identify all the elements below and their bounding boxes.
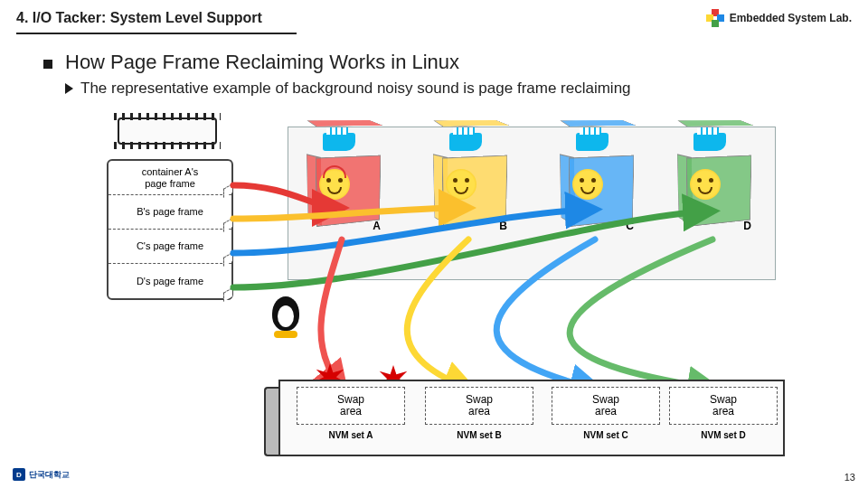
section-title: 4. I/O Tacker: System Level Support — [16, 10, 262, 26]
nvm-set-d: Swap area NVM set D — [669, 387, 778, 440]
page-frame-row: D's page frame — [108, 264, 231, 298]
heading-text: How Page Frame Reclaiming Works in Linux — [65, 51, 459, 74]
subheading-row: The representative example of background… — [65, 80, 832, 98]
happy-emoji-icon — [690, 169, 721, 200]
lab-brand: Embedded System Lab. — [706, 9, 852, 27]
lab-name: Embedded System Lab. — [730, 12, 852, 24]
square-bullet-icon — [43, 60, 52, 69]
container-stage: A B C D — [288, 127, 776, 280]
page-number: 13 — [844, 472, 855, 483]
nvm-set-label: NVM set C — [552, 430, 660, 440]
container-d: D — [677, 145, 759, 236]
page-frame-row: container A's page frame — [108, 161, 231, 195]
page-frame-row: B's page frame — [108, 195, 231, 230]
lab-logo-icon — [706, 9, 724, 27]
docker-icon — [449, 133, 482, 151]
page-frame-row: C's page frame — [108, 230, 231, 264]
nvm-set-label: NVM set D — [669, 430, 778, 440]
swap-area: Swap area — [425, 387, 533, 425]
page-frame-stack: container A's page frame B's page frame … — [107, 159, 233, 300]
slide-header: 4. I/O Tacker: System Level Support Embe… — [0, 0, 868, 31]
nvm-set-label: NVM set B — [425, 430, 533, 440]
ram-chip-icon — [118, 117, 217, 145]
container-a: A — [307, 145, 388, 236]
swap-area: Swap area — [297, 387, 405, 425]
university-name: 단국대학교 — [29, 469, 70, 481]
docker-icon — [576, 133, 609, 151]
subheading-text: The representative example of background… — [80, 80, 631, 98]
happy-emoji-icon — [572, 169, 603, 200]
noisy-emoji-icon — [319, 169, 350, 200]
container-label: A — [373, 220, 381, 232]
container-label: B — [499, 220, 507, 232]
shield-icon: D — [13, 468, 25, 481]
docker-icon — [693, 133, 726, 151]
container-b: B — [433, 145, 514, 236]
nvm-set-c: Swap area NVM set C — [552, 387, 660, 440]
triangle-bullet-icon — [65, 83, 73, 94]
diagram-canvas: container A's page frame B's page frame … — [107, 117, 832, 443]
docker-icon — [323, 133, 355, 151]
happy-emoji-icon — [446, 169, 476, 200]
container-label: C — [626, 220, 634, 232]
container-label: D — [743, 220, 751, 232]
nvm-set-a: Swap area NVM set A — [297, 387, 405, 440]
linux-penguin-icon — [269, 296, 302, 336]
nvm-set-b: Swap area NVM set B — [425, 387, 533, 440]
nvm-set-label: NVM set A — [297, 430, 405, 440]
ssd-device: Swap area NVM set A Swap area NVM set B … — [278, 380, 785, 456]
ram-block: container A's page frame B's page frame … — [107, 117, 242, 300]
university-logo: D 단국대학교 — [13, 468, 70, 481]
swap-area: Swap area — [669, 387, 778, 425]
heading-row: How Page Frame Reclaiming Works in Linux — [43, 51, 832, 74]
swap-area: Swap area — [552, 387, 660, 425]
container-c: C — [560, 145, 641, 236]
